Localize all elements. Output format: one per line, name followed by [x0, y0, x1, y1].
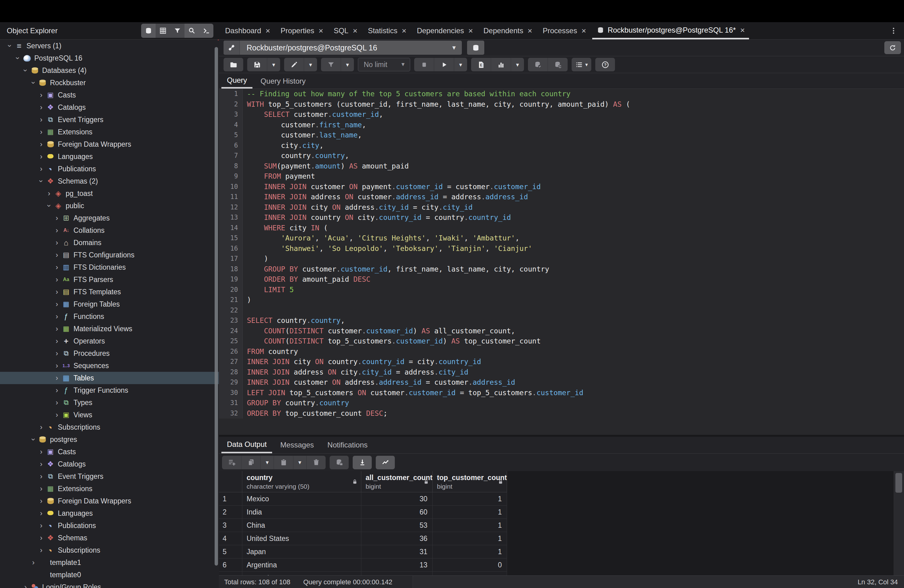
paste-button[interactable] [274, 456, 293, 469]
data-cell[interactable]: Japan [242, 545, 361, 558]
collapse-arrow-icon[interactable]: › [21, 66, 30, 75]
tree-item-procedures[interactable]: ›Procedures [0, 347, 219, 359]
copy-button[interactable] [241, 456, 261, 469]
tree-item-types[interactable]: ›Types [0, 397, 219, 409]
paste-options-button[interactable]: ▾ [293, 456, 307, 469]
tab-rockbuster-postgres-postgresql-16-[interactable]: Rockbuster/postgres@PostgreSQL 16*× [592, 22, 749, 40]
row-limit-select[interactable]: No limit▼ [358, 58, 410, 71]
tree-item-rockbuster[interactable]: ›Rockbuster [0, 77, 219, 89]
expand-arrow-icon[interactable]: › [52, 226, 61, 235]
tree-item-extensions[interactable]: ›Extensions [0, 482, 219, 495]
data-cell[interactable]: 31 [361, 545, 433, 558]
data-cell[interactable]: 1 [433, 506, 507, 518]
code-line-8[interactable]: 8 SUM(payment.amount) AS amount_paid [219, 161, 904, 172]
row-number-cell[interactable]: 5 [219, 545, 242, 558]
search-icon[interactable] [185, 24, 199, 38]
expand-arrow-icon[interactable]: › [52, 275, 61, 284]
grid-corner-cell[interactable] [219, 471, 242, 492]
tree-item-postgresql-16[interactable]: ›PostgreSQL 16 [0, 52, 219, 64]
explain-options-button[interactable]: ▾ [511, 58, 524, 71]
data-cell[interactable]: United States [242, 532, 361, 545]
expand-arrow-icon[interactable]: › [37, 103, 46, 112]
tree-item-domains[interactable]: ›Domains [0, 237, 219, 249]
code-line-1[interactable]: 1-- Finding out how many of the top 5 cu… [219, 89, 904, 100]
expand-arrow-icon[interactable]: › [37, 423, 46, 432]
expand-arrow-icon[interactable]: › [52, 411, 61, 419]
tree-item-views[interactable]: ›Views [0, 409, 219, 421]
tree-item-foreign-data-wrappers[interactable]: ›Foreign Data Wrappers [0, 138, 219, 150]
code-line-25[interactable]: 25 COUNT(DISTINCT top_5_customers.custom… [219, 336, 904, 346]
tree-item-materialized-views[interactable]: ›Materialized Views [0, 322, 219, 335]
tree-item-catalogs[interactable]: ›Catalogs [0, 458, 219, 470]
code-line-22[interactable]: 22 [219, 305, 904, 316]
edit-options-button[interactable]: ▾ [304, 58, 317, 71]
expand-arrow-icon[interactable]: › [52, 349, 61, 358]
expand-arrow-icon[interactable]: › [52, 361, 61, 370]
code-line-17[interactable]: 17 ) [219, 254, 904, 264]
row-number-cell[interactable]: 1 [219, 492, 242, 505]
data-cell[interactable]: 0 [433, 558, 507, 571]
expand-arrow-icon[interactable]: › [37, 521, 46, 530]
data-cell[interactable]: 13 [361, 558, 433, 571]
expand-arrow-icon[interactable]: › [37, 534, 46, 542]
tree-item-fts-configurations[interactable]: ›FTS Configurations [0, 249, 219, 261]
tree-item-foreign-data-wrappers[interactable]: ›Foreign Data Wrappers [0, 495, 219, 507]
code-line-13[interactable]: 13 INNER JOIN country ON city.country_id… [219, 212, 904, 223]
expand-arrow-icon[interactable]: › [37, 115, 46, 124]
help-button[interactable]: ? [595, 58, 615, 71]
tree-item-extensions[interactable]: ›Extensions [0, 126, 219, 138]
expand-arrow-icon[interactable]: › [37, 140, 46, 149]
data-cell[interactable]: 36 [361, 532, 433, 545]
expand-arrow-icon[interactable]: › [37, 460, 46, 468]
code-line-26[interactable]: 26FROM country [219, 346, 904, 357]
data-cell[interactable]: 60 [361, 506, 433, 518]
expand-arrow-icon[interactable]: › [37, 152, 46, 161]
expand-arrow-icon[interactable]: › [45, 189, 54, 198]
collapse-arrow-icon[interactable]: › [37, 177, 46, 185]
dependencies-grid-icon[interactable] [156, 24, 170, 38]
explain-analyze-button[interactable] [491, 58, 511, 71]
code-line-12[interactable]: 12 INNER JOIN city ON address.city_id = … [219, 202, 904, 213]
code-line-20[interactable]: 20 LIMIT 5 [219, 285, 904, 295]
tree-item-fts-dictionaries[interactable]: ›FTS Dictionaries [0, 261, 219, 273]
tree-item-schemas[interactable]: ›Schemas [0, 532, 219, 544]
rollback-button[interactable] [548, 58, 567, 71]
tab-notifications[interactable]: Notifications [322, 437, 373, 453]
filter-options-button[interactable]: ▾ [341, 58, 354, 71]
code-line-5[interactable]: 5 customer.last_name, [219, 130, 904, 141]
column-header-top_customer_count[interactable]: top_customer_countbigint [433, 471, 507, 492]
tab-processes[interactable]: Processes× [538, 22, 590, 40]
code-line-23[interactable]: 23SELECT country.country, [219, 316, 904, 326]
tree-item-aggregates[interactable]: ›Aggregates [0, 212, 219, 224]
data-cell[interactable]: 1 [433, 492, 507, 505]
tree-item-fts-parsers[interactable]: ›FTS Parsers [0, 273, 219, 286]
row-number-cell[interactable]: 2 [219, 506, 242, 518]
close-icon[interactable]: × [353, 27, 357, 35]
grid-vertical-scrollbar[interactable] [893, 471, 904, 575]
expand-arrow-icon[interactable]: › [21, 583, 30, 588]
code-line-29[interactable]: 29INNER JOIN customer ON address.address… [219, 377, 904, 388]
data-cell[interactable]: 53 [361, 519, 433, 532]
expand-arrow-icon[interactable]: › [37, 546, 46, 555]
expand-arrow-icon[interactable]: › [37, 91, 46, 100]
expand-arrow-icon[interactable]: › [52, 238, 61, 247]
graph-visualiser-button[interactable] [376, 456, 395, 469]
kebab-menu-icon[interactable] [887, 25, 900, 37]
data-cell[interactable]: Mexico [242, 492, 361, 505]
code-line-21[interactable]: 21) [219, 295, 904, 305]
tree-item-servers-1-[interactable]: ›Servers (1) [0, 40, 219, 52]
code-line-10[interactable]: 10 INNER JOIN customer ON payment.custom… [219, 182, 904, 192]
code-line-18[interactable]: 18 GROUP BY customer.customer_id, first_… [219, 264, 904, 275]
save-results-to-file-button[interactable] [353, 456, 372, 469]
expand-arrow-icon[interactable]: › [37, 164, 46, 173]
explain-button[interactable]: E [471, 58, 491, 71]
save-file-button[interactable] [247, 58, 267, 71]
sql-editor[interactable]: 1-- Finding out how many of the top 5 cu… [219, 89, 904, 435]
execute-button[interactable] [434, 58, 454, 71]
expand-arrow-icon[interactable]: › [52, 374, 61, 382]
code-line-16[interactable]: 16 'Shanwei', 'So Leopoldo', 'Teboksary'… [219, 243, 904, 254]
tree-item-fts-templates[interactable]: ›FTS Templates [0, 286, 219, 298]
tab-data-output[interactable]: Data Output [221, 437, 272, 453]
code-line-9[interactable]: 9 FROM payment [219, 171, 904, 182]
connect-database-icon[interactable] [141, 24, 156, 38]
